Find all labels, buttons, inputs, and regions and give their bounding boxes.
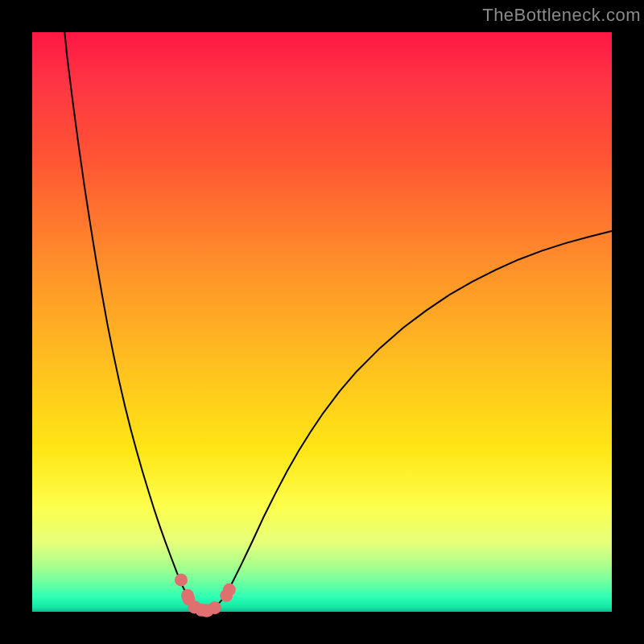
gradient-plot-area bbox=[32, 32, 612, 612]
watermark-text: TheBottleneck.com bbox=[482, 5, 641, 26]
